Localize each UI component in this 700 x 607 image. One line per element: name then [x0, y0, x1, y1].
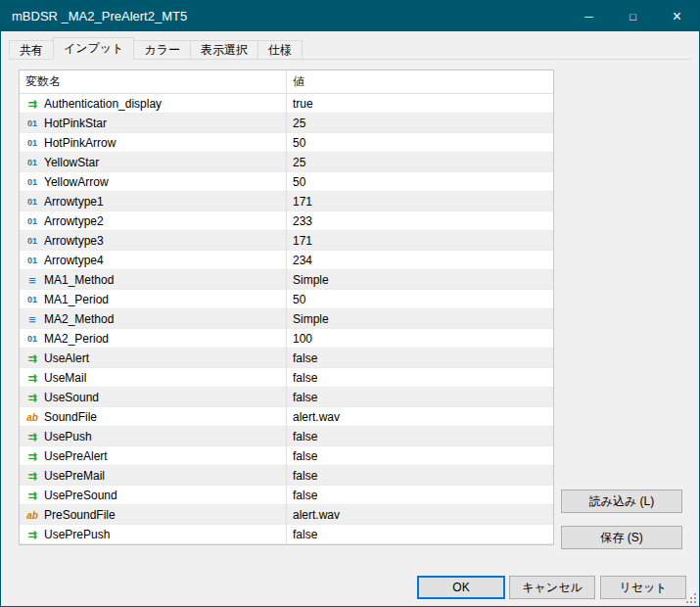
param-name-cell: 01Arrowtype3: [20, 231, 286, 251]
bool-type-icon: ⇉: [24, 352, 40, 365]
save-button[interactable]: 保存 (S): [561, 526, 682, 549]
param-table-body: ⇉Authentication_displaytrue01HotPinkStar…: [20, 94, 553, 544]
tab-specification[interactable]: 仕様: [257, 40, 303, 59]
param-name: UseSound: [44, 391, 99, 404]
param-name-cell: abSoundFile: [20, 407, 286, 427]
param-name-cell: ⇉Authentication_display: [20, 94, 286, 114]
param-name-cell: ⇉UsePush: [20, 427, 286, 446]
ok-button[interactable]: OK: [417, 576, 505, 599]
param-name: UsePreAlert: [44, 449, 108, 463]
table-row[interactable]: abPreSoundFilealert.wav: [20, 505, 553, 525]
param-name-cell: ≡MA1_Method: [20, 270, 286, 290]
table-row[interactable]: 01MA2_Period100: [20, 329, 553, 349]
table-row[interactable]: ⇉UsePushfalse: [20, 427, 553, 446]
tab-common[interactable]: 共有: [9, 40, 54, 59]
table-row[interactable]: 01YellowStar25: [20, 153, 553, 172]
int-type-icon: 01: [24, 295, 40, 304]
column-header-value: 値: [286, 70, 553, 93]
tab-label: 表示選択: [201, 42, 248, 59]
param-value-cell[interactable]: 171: [286, 231, 553, 251]
param-value-cell[interactable]: 25: [286, 153, 553, 172]
param-value-cell[interactable]: 50: [286, 290, 553, 309]
bool-type-icon: ⇉: [24, 529, 40, 541]
param-value-cell[interactable]: 100: [286, 329, 553, 349]
minimize-button[interactable]: ─: [567, 1, 611, 31]
param-value-cell[interactable]: Simple: [286, 270, 553, 290]
table-row[interactable]: 01HotPinkStar25: [20, 114, 553, 133]
table-row[interactable]: ≡MA1_MethodSimple: [20, 270, 553, 290]
param-value-cell[interactable]: 171: [286, 192, 553, 211]
close-button[interactable]: ×: [655, 1, 699, 31]
param-value-cell[interactable]: false: [286, 446, 553, 466]
reset-button[interactable]: リセット: [600, 576, 686, 599]
int-type-icon: 01: [24, 197, 40, 207]
enum-type-icon: ≡: [24, 312, 40, 327]
string-type-icon: ab: [24, 510, 40, 521]
table-row[interactable]: ⇉UsePrePushfalse: [20, 525, 553, 544]
tab-colors[interactable]: カラー: [133, 40, 191, 59]
indicator-properties-dialog: mBDSR _MA2_PreAlert2_MT5 ─ □ × 共有 インプット …: [0, 0, 700, 607]
param-name: SoundFile: [44, 410, 97, 424]
table-row[interactable]: 01YellowArrow50: [20, 172, 553, 192]
param-name: PreSoundFile: [44, 508, 116, 522]
tab-visualization[interactable]: 表示選択: [190, 40, 258, 59]
load-button[interactable]: 読み込み (L): [561, 490, 682, 513]
param-name-cell: 01Arrowtype2: [20, 211, 286, 231]
table-row[interactable]: ⇉UseMailfalse: [20, 368, 553, 388]
param-value-cell[interactable]: false: [286, 486, 553, 505]
bool-type-icon: ⇉: [24, 372, 40, 385]
param-name: MA1_Method: [44, 273, 114, 287]
param-name-cell: 01MA2_Period: [20, 329, 286, 349]
table-row[interactable]: ⇉Authentication_displaytrue: [20, 94, 553, 114]
param-name-cell: ≡MA2_Method: [20, 309, 286, 329]
table-row[interactable]: 01Arrowtype2233: [20, 211, 553, 231]
param-value-cell[interactable]: 234: [286, 251, 553, 270]
param-value-cell[interactable]: alert.wav: [286, 505, 553, 525]
table-row[interactable]: ⇉UseAlertfalse: [20, 349, 553, 368]
table-row[interactable]: 01Arrowtype3171: [20, 231, 553, 251]
cancel-button[interactable]: キャンセル: [509, 576, 595, 599]
table-row[interactable]: abSoundFilealert.wav: [20, 407, 553, 427]
table-row[interactable]: ≡MA2_MethodSimple: [20, 309, 553, 329]
param-name: UsePreMail: [44, 469, 105, 483]
param-value-cell[interactable]: true: [286, 94, 553, 114]
param-name-cell: 01Arrowtype4: [20, 251, 286, 270]
param-value-cell[interactable]: false: [286, 388, 553, 407]
column-header-name: 変数名: [20, 70, 286, 93]
string-type-icon: ab: [24, 412, 40, 423]
param-value-cell[interactable]: false: [286, 368, 553, 388]
minimize-icon: ─: [584, 10, 593, 23]
param-name-cell: 01Arrowtype1: [20, 192, 286, 211]
int-type-icon: 01: [24, 118, 40, 128]
param-value-cell[interactable]: 25: [286, 114, 553, 133]
param-value-cell[interactable]: 50: [286, 172, 553, 192]
param-value-cell[interactable]: false: [286, 349, 553, 368]
param-value-cell[interactable]: Simple: [286, 309, 553, 329]
table-row[interactable]: 01HotPinkArrow50: [20, 133, 553, 153]
table-row[interactable]: 01Arrowtype4234: [20, 251, 553, 270]
resize-grip-icon[interactable]: [684, 591, 697, 604]
table-row[interactable]: ⇉UseSoundfalse: [20, 388, 553, 407]
table-row[interactable]: 01Arrowtype1171: [20, 192, 553, 211]
param-value-cell[interactable]: 233: [286, 211, 553, 231]
int-type-icon: 01: [24, 236, 40, 246]
title-bar: mBDSR _MA2_PreAlert2_MT5 ─ □ ×: [1, 1, 699, 31]
param-name-cell: ⇉UsePreAlert: [20, 446, 286, 466]
tab-inputs[interactable]: インプット: [53, 37, 134, 60]
param-value-cell[interactable]: 50: [286, 133, 553, 153]
table-row[interactable]: ⇉UsePreAlertfalse: [20, 446, 553, 466]
param-name: UseAlert: [44, 351, 89, 365]
bool-type-icon: ⇉: [24, 450, 40, 463]
table-row[interactable]: 01MA1_Period50: [20, 290, 553, 309]
int-type-icon: 01: [24, 216, 40, 226]
param-value-cell[interactable]: false: [286, 427, 553, 446]
param-value-cell[interactable]: alert.wav: [286, 407, 553, 427]
table-row[interactable]: ⇉UsePreSoundfalse: [20, 486, 553, 505]
param-name-cell: ⇉UsePreSound: [20, 486, 286, 505]
param-value-cell[interactable]: false: [286, 466, 553, 486]
param-value-cell[interactable]: false: [286, 525, 553, 544]
maximize-button[interactable]: □: [611, 1, 655, 31]
int-type-icon: 01: [24, 177, 40, 187]
param-name: UsePrePush: [44, 528, 110, 541]
table-row[interactable]: ⇉UsePreMailfalse: [20, 466, 553, 486]
